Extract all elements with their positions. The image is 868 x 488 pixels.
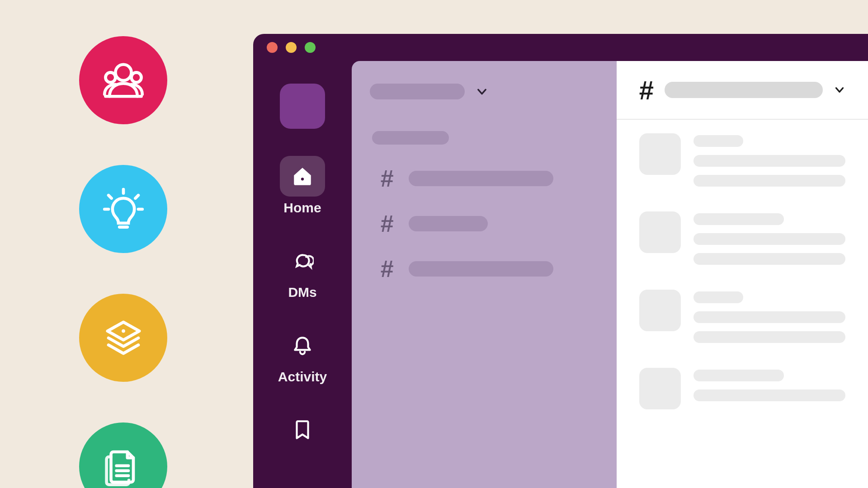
author-placeholder: [693, 291, 743, 303]
rail-label-home: Home: [283, 200, 321, 216]
people-icon: [99, 56, 148, 105]
message-list: [617, 120, 868, 488]
text-placeholder: [693, 389, 845, 401]
nav-rail: Home DMs: [253, 61, 352, 488]
titlebar: [253, 34, 868, 61]
svg-point-0: [115, 64, 131, 80]
feature-icon-column: [79, 36, 167, 488]
channel-item[interactable]: #: [370, 165, 599, 192]
message-item[interactable]: [639, 368, 845, 409]
author-placeholder: [693, 135, 743, 147]
feature-idea: [79, 165, 167, 253]
bookmark-icon: [291, 418, 314, 441]
window-minimize[interactable]: [286, 42, 297, 53]
message-item[interactable]: [639, 211, 845, 265]
svg-point-2: [131, 72, 141, 82]
avatar: [639, 368, 681, 409]
section-label-placeholder: [372, 131, 449, 145]
home-icon: [291, 165, 314, 188]
hash-icon: #: [379, 165, 395, 192]
workspace-header[interactable]: [370, 84, 599, 99]
svg-line-6: [108, 195, 112, 198]
workspace-name-placeholder: [370, 84, 465, 99]
workspace-switcher[interactable]: [280, 84, 325, 129]
channel-name-placeholder: [409, 261, 553, 277]
layers-lock-icon: [99, 313, 148, 363]
text-placeholder: [693, 155, 845, 167]
window-zoom[interactable]: [305, 42, 316, 53]
channel-name-placeholder: [409, 216, 488, 231]
message-item[interactable]: [639, 133, 845, 187]
channel-name-placeholder: [409, 171, 553, 186]
svg-point-15: [301, 178, 304, 180]
feature-security: [79, 294, 167, 382]
rail-item-dms[interactable]: DMs: [280, 240, 325, 300]
hash-icon: #: [639, 75, 654, 105]
hash-icon: #: [379, 255, 395, 282]
channel-item[interactable]: #: [370, 255, 599, 282]
text-placeholder: [693, 311, 845, 323]
feature-people: [79, 36, 167, 124]
svg-point-1: [105, 72, 115, 82]
channel-item[interactable]: #: [370, 210, 599, 237]
avatar: [639, 211, 681, 253]
text-placeholder: [693, 175, 845, 187]
message-item[interactable]: [639, 290, 845, 343]
svg-point-11: [122, 329, 125, 333]
chat-icon: [291, 249, 314, 272]
rail-item-later[interactable]: [280, 409, 325, 454]
rail-label-dms: DMs: [288, 285, 316, 300]
rail-item-home[interactable]: Home: [280, 156, 325, 216]
documents-icon: [99, 442, 148, 488]
svg-line-7: [135, 195, 138, 198]
chevron-down-icon: [834, 84, 845, 96]
main-panel: #: [617, 61, 868, 488]
chevron-down-icon: [476, 85, 488, 98]
avatar: [639, 290, 681, 331]
feature-docs: [79, 422, 167, 488]
bell-icon: [291, 334, 314, 357]
channel-title-placeholder: [665, 82, 823, 98]
lightbulb-icon: [99, 184, 148, 234]
rail-label-activity: Activity: [278, 369, 327, 385]
author-placeholder: [693, 370, 784, 381]
channel-sidebar: # # #: [352, 61, 617, 488]
avatar: [639, 133, 681, 175]
rail-item-activity[interactable]: Activity: [278, 325, 327, 385]
app-window: Home DMs: [253, 34, 868, 488]
text-placeholder: [693, 233, 845, 245]
text-placeholder: [693, 253, 845, 265]
author-placeholder: [693, 213, 784, 225]
window-close[interactable]: [267, 42, 278, 53]
channel-header[interactable]: #: [617, 61, 868, 120]
hash-icon: #: [379, 210, 395, 237]
text-placeholder: [693, 331, 845, 343]
